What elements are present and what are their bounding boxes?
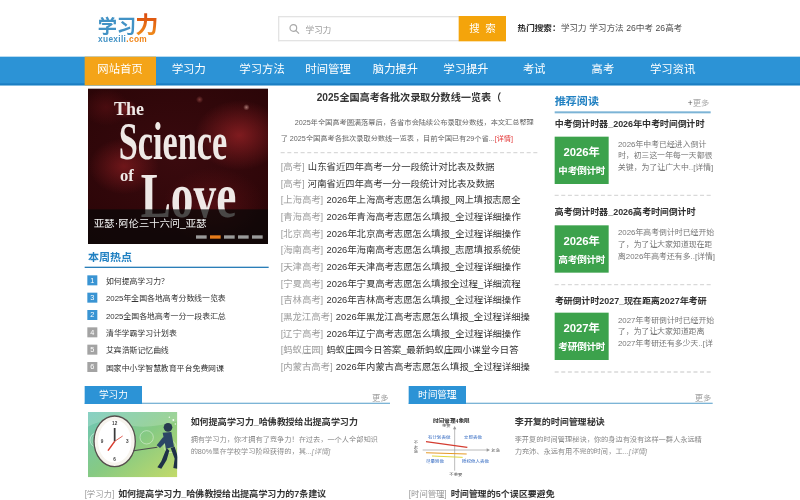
svg-text:12: 12 [112, 421, 118, 426]
svg-text:立即去做: 立即去做 [464, 434, 483, 440]
svg-text:重要: 重要 [442, 422, 451, 428]
svg-text:时间管理4象限: 时间管理4象限 [433, 416, 470, 425]
svg-text:不重要: 不重要 [449, 471, 463, 477]
svg-text:有计划去做: 有计划去做 [428, 434, 451, 440]
svg-text:尽量别做: 尽量别做 [426, 458, 445, 464]
svg-text:不紧急: 不紧急 [413, 440, 419, 453]
svg-text:紧急: 紧急 [491, 447, 500, 453]
svg-text:3: 3 [126, 439, 129, 444]
svg-text:9: 9 [101, 439, 104, 444]
svg-text:6: 6 [113, 457, 116, 462]
svg-text:授权他人去做: 授权他人去做 [462, 458, 490, 464]
